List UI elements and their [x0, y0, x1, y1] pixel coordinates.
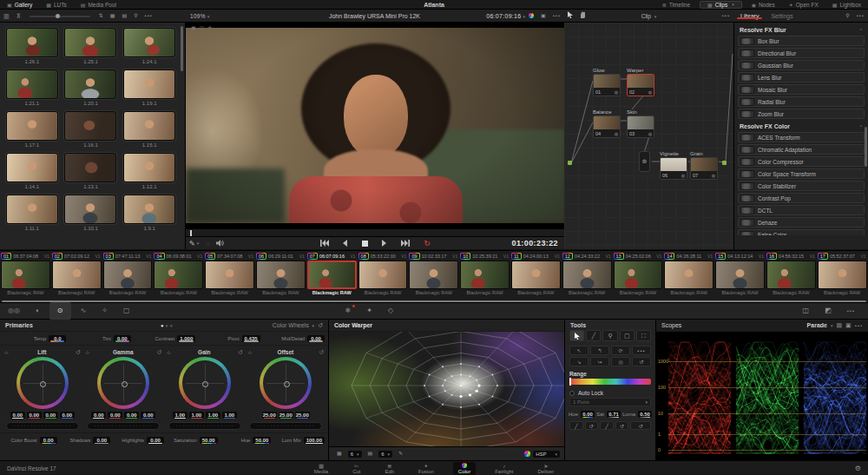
value-box[interactable]: 0.50 [638, 411, 652, 418]
timeline-clip[interactable]: 0606:29:11:01V1Blackmagic RAW [255, 251, 306, 300]
viewer-scrubber[interactable] [186, 228, 565, 236]
search-icon[interactable]: ⚲ [130, 10, 141, 23]
slider-handle[interactable] [56, 14, 60, 18]
grid-view-icon[interactable]: ▦ [107, 10, 119, 23]
shear-left-icon[interactable]: ↘ [569, 357, 589, 366]
wheel-reset-icon[interactable]: ↺ [238, 349, 243, 356]
viewer-clip-name[interactable]: John Brawley URSA Mini Pro 12K [185, 13, 564, 19]
center-icon[interactable]: ◎ [611, 357, 630, 366]
wheel-value-box[interactable]: 1.00 [189, 412, 204, 419]
wheel-value-box[interactable]: 0.00 [60, 412, 75, 419]
clip-thumbnail[interactable] [409, 261, 458, 289]
wheel-value-box[interactable]: 1.00 [173, 412, 187, 419]
wipe-icon[interactable]: ▣ [191, 24, 196, 30]
timeline-clip[interactable]: 0910:02:33:17V1Blackmagic RAW [408, 251, 459, 300]
wheel-value-box[interactable]: 0.00 [10, 412, 25, 419]
warper-mesh-area[interactable] [329, 332, 564, 446]
still-thumbnail[interactable] [6, 153, 58, 182]
timeline-clip[interactable]: 1204:24:33:22V1Blackmagic RAW [562, 251, 613, 300]
gallery-still[interactable]: 1.15.1 [122, 111, 176, 150]
wheel-value-box[interactable]: 0.00 [124, 412, 139, 419]
page-media[interactable]: ▦Media [309, 462, 333, 475]
wheel-value-box[interactable]: 1.00 [222, 412, 237, 419]
qualifier-palette-icon[interactable]: ✧ [94, 302, 115, 320]
transform-tool[interactable]: ▢ [620, 330, 635, 341]
timeline-clip[interactable]: 0805:33:22:00V1Blackmagic RAW [358, 251, 409, 300]
gallery-still[interactable]: 1.16.1 [64, 111, 118, 150]
page-dots[interactable]: ● ● ● [161, 323, 173, 328]
clip-thumbnail[interactable] [766, 261, 816, 289]
clip-thumbnail[interactable] [511, 261, 561, 289]
node-grain[interactable]: Grain07◍ [690, 151, 718, 180]
still-thumbnail[interactable] [6, 195, 58, 224]
value-box[interactable]: 1.000 [177, 335, 195, 342]
gallery-still[interactable]: 1.24.1 [122, 28, 176, 67]
still-thumbnail[interactable] [123, 28, 175, 57]
effect-item[interactable]: Mosaic Blur [738, 84, 865, 95]
effect-item[interactable]: False Color [738, 229, 865, 235]
hdr-wheels-icon[interactable]: ◐ [28, 302, 48, 320]
top-tab-gallery[interactable]: ▣Gallery [0, 0, 39, 10]
still-thumbnail[interactable] [123, 195, 175, 224]
effect-item[interactable]: Color Stabilizer [738, 181, 865, 191]
effect-item[interactable]: Color Space Transform [738, 168, 865, 179]
parade-scope[interactable]: 10001001010 [656, 332, 868, 460]
clip-thumbnail[interactable] [715, 261, 765, 289]
effect-item[interactable]: Directional Blur [738, 48, 865, 58]
timeline-clip[interactable]: 1705:52:37:07V1Blackmagic RAW [817, 251, 868, 300]
node-canvas[interactable]: Glow01◍Warper02◍Balance04◍Skin03◍Vignett… [564, 23, 733, 249]
collapse-chevron-icon[interactable]: ⌃ [859, 28, 863, 33]
timeline-clip[interactable]: 1304:25:02:06V1Blackmagic RAW [613, 251, 664, 300]
clip-thumbnail[interactable] [614, 261, 663, 289]
page-cut[interactable]: ✂Cut [347, 462, 365, 475]
viewer-image[interactable]: ▣◫✛ [186, 23, 565, 228]
value-box[interactable]: 0.00 [581, 411, 595, 418]
gallery-still[interactable]: 1.12.1 [122, 153, 176, 192]
reset-hue-icon[interactable]: ↺ [585, 421, 599, 430]
point-mode-select[interactable]: 1 Point▾ [569, 398, 651, 406]
step-back-icon[interactable] [339, 240, 352, 247]
pull-up-icon[interactable]: ↖ [569, 346, 589, 355]
image-wipe-icon[interactable]: ◫ [795, 302, 818, 320]
gallery-still[interactable]: 1.11.1 [5, 195, 59, 234]
effect-item[interactable]: ACES Transform [738, 132, 865, 142]
node-view-mode[interactable]: Clip ▾ [564, 13, 733, 19]
node-balance[interactable]: Balance04◍ [593, 109, 621, 138]
collapse-chevron-icon[interactable]: ⌃ [859, 124, 863, 129]
clip-thumbnail[interactable] [256, 261, 306, 289]
gallery-still[interactable]: 1.14.1 [5, 153, 59, 192]
top-tab-media-pool[interactable]: ▤Media Pool [74, 0, 123, 10]
still-thumbnail[interactable] [64, 195, 116, 224]
clip-thumbnail[interactable] [562, 261, 612, 289]
scope-options-icon[interactable]: ••• [855, 323, 863, 328]
timeline-clip[interactable]: 0706:07:09:16V1Blackmagic RAW [306, 251, 358, 300]
timeline-clip[interactable]: 0207:02:09:12V1Blackmagic RAW [51, 251, 102, 300]
search-icon[interactable]: ⚲ [842, 10, 852, 23]
skip-first-frame-icon[interactable] [317, 240, 332, 247]
top-tab-timeline[interactable]: ≣Timeline [655, 0, 697, 10]
value-box[interactable]: 0.435 [242, 335, 260, 342]
gallery-still[interactable]: 1.21.1 [5, 69, 59, 109]
top-tab-lightbox[interactable]: ▦Lightbox [825, 0, 868, 10]
timeline-clip[interactable]: 1604:56:32:15V1Blackmagic RAW [766, 251, 817, 300]
auto-lock-toggle[interactable]: Auto Lock [565, 385, 655, 398]
gallery-still[interactable]: 1.26.1 [5, 28, 59, 67]
wheel-reset-icon[interactable]: ↺ [319, 349, 324, 356]
wheel-value-box[interactable]: 0.00 [141, 412, 155, 419]
clip-thumbnail[interactable] [205, 261, 254, 289]
pin-tool[interactable]: ⚲ [602, 330, 617, 341]
library-options-icon[interactable]: ••• [853, 10, 868, 23]
value-box[interactable]: 50.00 [253, 437, 271, 444]
reset-warp-icon[interactable]: ↺ [632, 357, 651, 366]
timeline-clip[interactable]: 1104:24:00:13V1Blackmagic RAW [510, 251, 562, 300]
still-thumbnail[interactable] [64, 111, 116, 141]
timeline-clip[interactable]: 1404:26:28:11V1Blackmagic RAW [663, 251, 714, 300]
wheel-value-box[interactable]: 25.00 [295, 412, 310, 419]
shear-right-icon[interactable]: ↪ [590, 357, 609, 366]
scope-mode-select[interactable]: Parade ▾ [807, 322, 833, 328]
value-box[interactable]: 0.00 [40, 437, 57, 444]
still-thumbnail[interactable] [64, 69, 116, 99]
value-box[interactable]: 0.00 [147, 437, 164, 444]
expand-tool[interactable]: ⛶ [636, 330, 651, 341]
edit-hue-icon[interactable]: ╱ [569, 421, 583, 430]
